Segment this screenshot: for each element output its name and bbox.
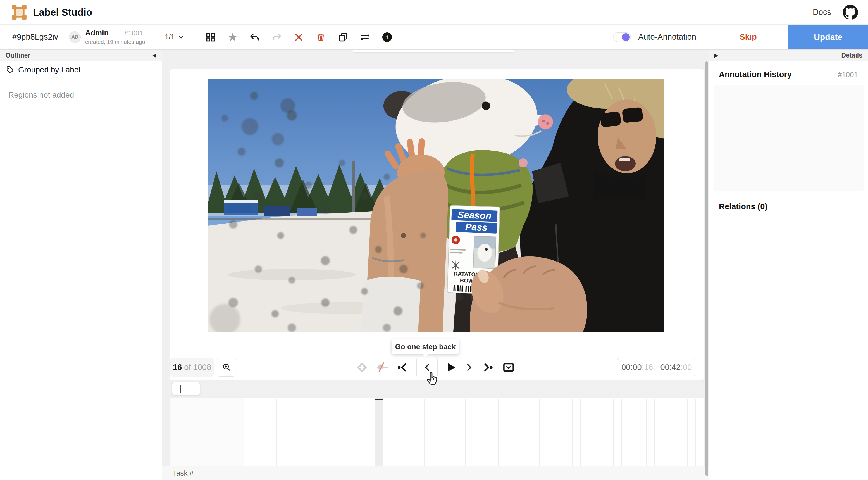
timeline-ruler[interactable] [170,398,704,466]
interpolation-toggle-button[interactable] [376,362,389,373]
annotation-toolbar: #9pb8Lgs2iv AD Admin #1001 created, 19 m… [0,25,868,50]
timeline-playhead[interactable] [375,398,383,466]
frame-counter-input[interactable]: 16 of 1008 [170,358,214,377]
annotation-history-title: Annotation History [719,70,792,79]
auto-annotation-toggle[interactable] [613,32,631,42]
annotation-selector[interactable]: AD Admin #1001 created, 19 minutes ago 1… [61,25,189,50]
update-button[interactable]: Update [788,25,868,50]
grouped-by-label-selector[interactable]: Grouped by Label [0,61,162,79]
seekbar-thumb[interactable] [172,382,200,395]
delete-annotation-icon[interactable] [315,31,327,43]
timeline-tick [589,399,597,466]
timeline-tick [252,399,260,466]
timeline-seekbar[interactable] [170,383,704,394]
annotation-pager-dropdown[interactable]: 1/1 [165,33,185,41]
timeline-tick [548,399,556,466]
timeline-tick [466,399,474,466]
timeline-tick [269,399,277,466]
timeline-tick [572,399,581,466]
timeline-tick [498,399,506,466]
next-keyframe-button[interactable] [482,362,494,373]
annotation-created-text: created, 19 minutes ago [85,39,145,45]
avatar: AD [69,31,81,43]
timeline-tick [309,399,317,466]
magnifier-plus-icon [222,363,231,371]
time-displays: 00:00:16 00:42:00 [617,358,695,376]
timeline-tick [359,399,367,466]
timeline-tick [293,399,301,466]
main-content: Season Pass RATATOUILLE [162,50,709,480]
auto-annotation-label: Auto-Annotation [638,32,696,42]
zoom-in-button[interactable] [217,358,236,377]
frame-total: of 1008 [184,363,211,372]
vertical-scrollbar[interactable] [706,61,708,476]
total-time-display: 00:42:00 [657,358,695,376]
timeline-tick [458,399,466,466]
timeline-label-column [170,398,244,466]
reset-annotation-icon[interactable] [293,31,305,43]
tooltip-text: Go one step back [395,342,456,351]
timeline-tick [285,399,293,466]
tooltip: Go one step back [392,339,459,354]
regions-empty-text: Regions not added [0,79,162,99]
annotation-history-id: #1001 [838,70,858,79]
settings-sliders-icon[interactable] [359,31,371,43]
badge-line1: Season [458,209,492,221]
timeline-tick [408,399,416,466]
docs-link[interactable]: Docs [813,7,831,17]
timeline-tick [367,399,375,466]
outliner-header: Outliner ◀ [0,50,162,61]
collapse-left-icon[interactable]: ◀ [153,53,156,58]
skip-button[interactable]: Skip [708,25,788,50]
annotation-pager-count: 1/1 [165,33,175,41]
grid-view-icon[interactable] [205,31,216,43]
prev-keyframe-button[interactable] [396,362,409,373]
outliner-title: Outliner [6,52,30,59]
timeline-tick [326,399,334,466]
timeline-tick [433,399,441,466]
toolbar-actions: ★ [189,25,393,50]
labels-card-peek [352,50,515,52]
github-icon[interactable] [843,5,858,20]
app-header: Label Studio Docs [0,0,868,25]
timeline-tick [671,399,679,466]
details-panel: ▶ Details Annotation History #1001 Relat… [709,50,868,480]
outliner-panel: Outliner ◀ Grouped by Label Regions not … [0,50,162,480]
timeline-tick [515,399,523,466]
timeline-tick [655,399,663,466]
expand-right-icon[interactable]: ▶ [714,53,718,58]
timeline-tick [679,399,687,466]
timeline-tick [450,399,458,466]
redo-icon[interactable] [271,31,283,43]
undo-icon[interactable] [249,31,260,43]
timeline-tick [260,399,269,466]
current-time-main: 00:00 [621,363,642,372]
timeline-tick [383,399,392,466]
timeline-tick [564,399,572,466]
keyframe-add-button[interactable] [356,362,368,373]
video-frame-illustration: Season Pass RATATOUILLE [208,79,664,332]
timeline-tick [301,399,309,466]
timeline-tick [523,399,531,466]
play-button[interactable] [445,362,457,373]
timeline-tick [490,399,498,466]
next-frame-button[interactable] [464,363,474,372]
timeline-tick [597,399,605,466]
timeline-tick [474,399,482,466]
task-id: #9pb8Lgs2iv [0,25,61,50]
frame-current: 16 [173,363,182,372]
video-canvas[interactable]: Season Pass RATATOUILLE [208,79,664,332]
label-studio-logo-icon [12,5,27,20]
timeline-tick [400,399,408,466]
task-footer-label: Task # [173,469,193,477]
timeline-tick [581,399,589,466]
prev-frame-button[interactable] [416,357,438,378]
timeline-tick [630,399,638,466]
tag-icon [6,66,14,74]
duplicate-annotation-icon[interactable] [337,31,349,43]
toggle-timeline-button[interactable] [502,362,515,373]
timeline-tick [696,399,704,466]
info-icon[interactable]: i [381,31,393,43]
ground-truth-star-icon[interactable]: ★ [227,31,239,43]
grouped-by-label-text: Grouped by Label [18,65,81,74]
